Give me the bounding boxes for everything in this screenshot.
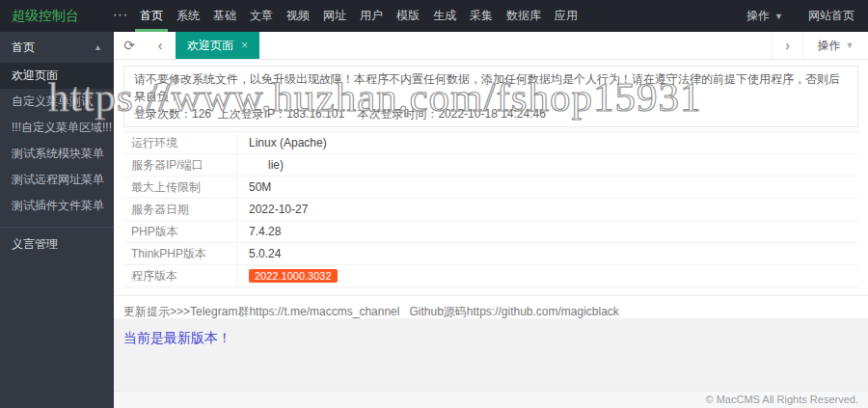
system-notice: 请不要修改系统文件，以免升级出现故障！本程序不内置任何数据，添加任何数据均是个人… [123, 66, 858, 127]
info-value-3: 2022-10-27 [237, 199, 308, 220]
sidebar-item-2[interactable]: !!!自定义菜单区域!!! [0, 115, 114, 141]
info-label-5: ThinkPHP版本 [123, 243, 237, 264]
topbar-nav-item-0[interactable]: 首页 [133, 0, 170, 32]
info-row-4: PHP版本7.4.28 [123, 221, 858, 243]
copyright-text: © MacCMS All Rights Reserved. [706, 394, 859, 405]
sidebar-items: 欢迎页面自定义菜单测试!!!自定义菜单区域!!!测试系统模块菜单测试远程网址菜单… [0, 63, 114, 219]
info-value-4: 7.4.28 [237, 221, 281, 242]
update-tip: 更新提示>>>Telegram群https://t.me/maccms_chan… [114, 295, 868, 322]
tab-welcome[interactable]: 欢迎页面 × [176, 32, 259, 59]
chevron-up-icon: ▲ [94, 32, 102, 63]
tabbar-spacer [259, 32, 772, 59]
info-label-6: 程序版本 [123, 265, 237, 286]
site-home-link[interactable]: 网站首页 [795, 8, 868, 24]
topbar-nav-item-4[interactable]: 视频 [280, 0, 316, 32]
sidebar-item-0[interactable]: 欢迎页面 [0, 63, 114, 89]
topbar-nav-item-2[interactable]: 基础 [206, 0, 243, 32]
footer: © MacCMS All Rights Reserved. [114, 391, 868, 408]
sidebar-item-4[interactable]: 测试远程网址菜单 [0, 167, 114, 193]
tab-welcome-label: 欢迎页面 [187, 38, 233, 54]
sidebar: 首页 ▲ 欢迎页面自定义菜单测试!!!自定义菜单区域!!!测试系统模块菜单测试远… [0, 32, 114, 408]
notice-line2: 登录次数：126 上次登录IP：183.16.101 本次登录时间：2022-1… [134, 105, 848, 122]
topbar-nav-item-8[interactable]: 生成 [426, 0, 463, 32]
topbar-nav-item-11[interactable]: 应用 [548, 0, 584, 32]
info-label-3: 服务器日期 [123, 199, 237, 220]
info-value-6: 2022.1000.3032 [237, 265, 338, 286]
info-row-3: 服务器日期2022-10-27 [123, 199, 858, 221]
info-label-2: 最大上传限制 [123, 177, 237, 198]
info-table: 运行环境Linux (Apache)服务器IP/端口 lie)最大上传限制50M… [123, 131, 858, 287]
topbar-nav-item-7[interactable]: 模版 [390, 0, 426, 32]
chevron-down-icon: ▼ [846, 41, 854, 50]
info-value-0: Linux (Apache) [237, 132, 327, 153]
tabbar-action-label: 操作 [818, 38, 841, 54]
chevron-down-icon: ▼ [774, 12, 783, 21]
tabbar-action-dropdown[interactable]: 操作 ▼ [802, 32, 868, 59]
topbar-nav-item-10[interactable]: 数据库 [500, 0, 548, 32]
close-icon[interactable]: × [241, 39, 248, 52]
topbar-nav-item-5[interactable]: 网址 [316, 0, 353, 32]
info-value-1: lie) [237, 154, 284, 176]
latest-version-text: 当前是最新版本！ [114, 322, 868, 355]
sidebar-group-home[interactable]: 首页 ▲ [0, 32, 114, 63]
sidebar-item-3[interactable]: 测试系统模块菜单 [0, 141, 114, 167]
tab-next-icon[interactable]: › [772, 32, 802, 59]
app-brand: 超级控制台 [0, 0, 108, 32]
sidebar-item-1[interactable]: 自定义菜单测试 [0, 89, 114, 115]
topbar-nav-item-6[interactable]: 用户 [353, 0, 390, 32]
info-value-5: 5.0.24 [237, 243, 281, 264]
topbar-action-dropdown[interactable]: 操作 ▼ [735, 8, 795, 24]
tab-prev-icon[interactable]: ‹ [145, 32, 176, 59]
info-value-2: 50M [237, 177, 271, 198]
info-row-1: 服务器IP/端口 lie) [123, 154, 858, 177]
refresh-icon[interactable]: ⟳ [114, 32, 145, 59]
topbar-right: 操作 ▼ 网站首页 [735, 0, 868, 32]
sidebar-group-bottom[interactable]: 义言管理 [0, 228, 114, 260]
sidebar-item-5[interactable]: 测试插件文件菜单 [0, 193, 114, 219]
welcome-panel: 请不要修改系统文件，以免升级出现故障！本程序不内置任何数据，添加任何数据均是个人… [114, 60, 868, 318]
topbar-nav: 首页系统基础文章视频网址用户模版生成采集数据库应用 [133, 0, 584, 32]
topbar: 超级控制台 ··· 首页系统基础文章视频网址用户模版生成采集数据库应用 操作 ▼… [0, 0, 868, 32]
more-icon[interactable]: ··· [108, 0, 133, 32]
info-label-4: PHP版本 [123, 221, 237, 242]
content-area: 请不要修改系统文件，以免升级出现故障！本程序不内置任何数据，添加任何数据均是个人… [114, 60, 868, 408]
sidebar-group-home-label: 首页 [12, 32, 35, 63]
tabbar: ⟳ ‹ 欢迎页面 × › 操作 ▼ [114, 32, 868, 60]
info-label-1: 服务器IP/端口 [123, 154, 237, 176]
topbar-nav-item-9[interactable]: 采集 [463, 0, 500, 32]
info-row-2: 最大上传限制50M [123, 177, 858, 199]
topbar-action-label: 操作 [746, 8, 770, 24]
info-label-0: 运行环境 [123, 132, 237, 153]
info-row-5: ThinkPHP版本5.0.24 [123, 243, 858, 265]
info-row-6: 程序版本2022.1000.3032 [123, 265, 858, 287]
notice-line1: 请不要修改系统文件，以免升级出现故障！本程序不内置任何数据，添加任何数据均是个人… [134, 70, 848, 105]
version-badge: 2022.1000.3032 [249, 269, 338, 283]
info-row-0: 运行环境Linux (Apache) [123, 132, 858, 154]
topbar-nav-item-3[interactable]: 文章 [243, 0, 280, 32]
topbar-nav-item-1[interactable]: 系统 [170, 0, 206, 32]
